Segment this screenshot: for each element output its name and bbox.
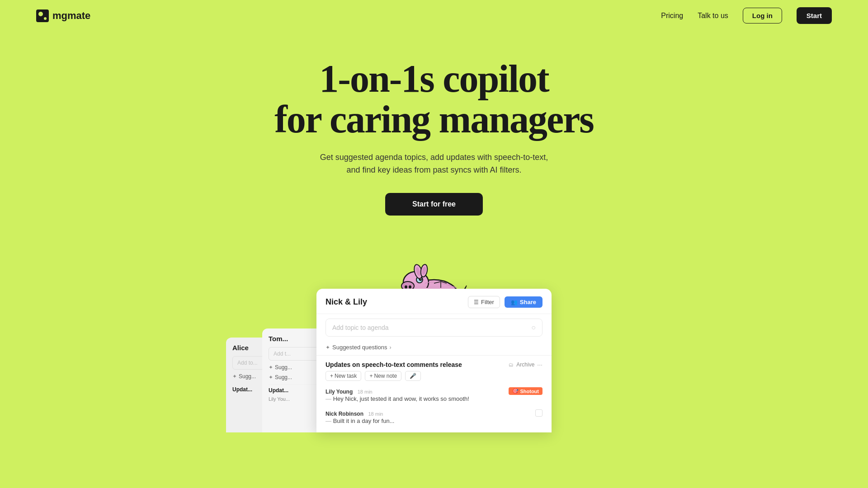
filter-icon: ☰: [474, 299, 479, 305]
suggested-questions-row[interactable]: ✦ Suggested questions ›: [316, 341, 552, 355]
fire-icon: 🎯: [512, 388, 519, 394]
main-ui-card: Nick & Lily ☰ Filter 👥 Share Add topic t…: [316, 289, 552, 432]
mic-icon: 🎤: [410, 373, 416, 379]
more-icon[interactable]: ···: [537, 361, 542, 368]
comment-2-content: Nick Robinson 18 min — Built it in a day…: [326, 409, 394, 424]
hero-subtitle: Get suggested agenda topics, add updates…: [316, 151, 552, 177]
share-button[interactable]: 👥 Share: [505, 296, 542, 308]
nav-links: Pricing Talk to us Log in Start: [661, 7, 832, 24]
archive-icon: 🗂: [509, 362, 514, 367]
add-icon: ○: [531, 324, 536, 332]
logo-icon: [36, 9, 49, 22]
suggested-label: Suggested questions: [332, 344, 387, 351]
comment-2-author-row: Nick Robinson 18 min: [326, 409, 394, 418]
topic-title-row: Updates on speech-to-text comments relea…: [326, 361, 542, 368]
comment-2-text: — Built it in a day for fun...: [326, 418, 394, 424]
comment-2-author: Nick Robinson: [326, 411, 363, 417]
sparkle-icon: ✦: [326, 344, 330, 351]
logo-text: mgmate: [52, 10, 90, 22]
share-icon: 👥: [511, 299, 518, 305]
comment-1-text: — Hey Nick, just tested it and wow, it w…: [326, 395, 469, 402]
topic-meta: 🗂 Archive ···: [509, 361, 542, 368]
add-topic-input[interactable]: Add topic to agenda ○: [326, 319, 542, 337]
filter-button[interactable]: ☰ Filter: [468, 296, 500, 308]
comment-2-time: 18 min: [368, 411, 383, 417]
start-button-nav[interactable]: Start: [797, 7, 832, 24]
comment-1-time: 18 min: [358, 389, 373, 394]
card-title: Nick & Lily: [326, 297, 367, 307]
hero-title-line1: 1-on-1s copilot: [319, 57, 549, 100]
start-button-hero[interactable]: Start for free: [385, 193, 483, 216]
new-task-button[interactable]: + New task: [326, 371, 361, 381]
plus-icon: +: [330, 373, 333, 379]
navbar: mgmate Pricing Talk to us Log in Start: [0, 0, 868, 31]
ui-preview-section: Alice Add to... ✦ Sugg... Updat... Tom..…: [0, 315, 868, 432]
comment-1-author-row: Lily Young 18 min: [326, 387, 469, 395]
svg-point-3: [405, 286, 407, 289]
card-actions: ☰ Filter 👥 Share: [468, 296, 542, 308]
new-note-button[interactable]: + New note: [365, 371, 401, 381]
logo[interactable]: mgmate: [36, 9, 90, 22]
hero-section: 1-on-1s copilot for caring managers Get …: [0, 31, 868, 234]
svg-point-4: [409, 286, 411, 289]
comment-1: Lily Young 18 min — Hey Nick, just teste…: [326, 385, 542, 405]
hero-title: 1-on-1s copilot for caring managers: [9, 58, 859, 140]
add-topic-placeholder: Add topic to agenda: [332, 324, 389, 331]
plus-icon-2: +: [369, 373, 373, 379]
card-header: Nick & Lily ☰ Filter 👥 Share: [316, 289, 552, 314]
chevron-right-icon: ›: [389, 344, 391, 351]
topic-title: Updates on speech-to-text comments relea…: [326, 361, 462, 368]
topic-actions: + New task + New note 🎤: [326, 371, 542, 381]
nav-talk[interactable]: Talk to us: [698, 12, 728, 20]
topic-item: Updates on speech-to-text comments relea…: [316, 355, 552, 432]
hero-title-line2: for caring managers: [274, 98, 594, 141]
voice-note-button[interactable]: 🎤: [405, 371, 421, 381]
archive-label[interactable]: Archive: [516, 361, 534, 368]
comment-1-author: Lily Young: [326, 389, 353, 395]
nav-pricing[interactable]: Pricing: [661, 12, 683, 20]
login-button[interactable]: Log in: [743, 8, 782, 23]
shotout-badge: 🎯 Shotout: [509, 387, 542, 395]
comment-1-content: Lily Young 18 min — Hey Nick, just teste…: [326, 387, 469, 402]
comment-2-checkbox[interactable]: [535, 409, 542, 417]
comment-2: Nick Robinson 18 min — Built it in a day…: [326, 407, 542, 427]
